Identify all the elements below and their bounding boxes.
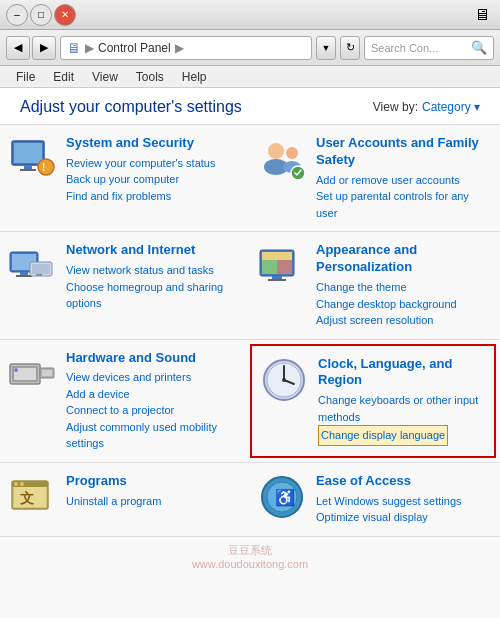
category-system: ! System and Security Review your comput… (0, 125, 250, 231)
watermark-line2: www.doudouxitong.com (6, 558, 494, 570)
svg-rect-14 (16, 275, 32, 277)
view-by-control: View by: Category ▾ (373, 100, 480, 114)
system-link-2[interactable]: Find and fix problems (66, 188, 242, 205)
svg-text:文: 文 (20, 490, 34, 506)
clock-title[interactable]: Clock, Language, and Region (318, 356, 486, 390)
system-icon: ! (8, 135, 56, 183)
back-button[interactable]: ◀ (6, 36, 30, 60)
ease-icon: ♿ (258, 473, 306, 521)
menu-view[interactable]: View (84, 68, 126, 86)
view-by-value[interactable]: Category ▾ (422, 100, 480, 114)
address-bar: ◀ ▶ 🖥 ▶ Control Panel ▶ ▼ ↻ Search Con..… (0, 30, 500, 66)
category-programs: 文 Programs Uninstall a program (0, 463, 250, 536)
refresh-button[interactable]: ↻ (340, 36, 360, 60)
user-category-text: User Accounts and Family Safety Add or r… (316, 135, 492, 221)
system-link-0[interactable]: Review your computer's status (66, 155, 242, 172)
svg-rect-30 (42, 370, 52, 376)
category-ease: ♿ Ease of Access Let Windows suggest set… (250, 463, 500, 536)
appearance-title[interactable]: Appearance and Personalization (316, 242, 492, 276)
window-controls[interactable]: – □ ✕ (6, 4, 76, 26)
category-clock: Clock, Language, and Region Change keybo… (252, 346, 494, 456)
title-bar-icon: 🖥 (474, 6, 490, 24)
category-row-3: Hardware and Sound View devices and prin… (0, 340, 500, 463)
svg-rect-20 (262, 252, 292, 260)
category-row-1: ! System and Security Review your comput… (0, 125, 500, 232)
category-user: User Accounts and Family Safety Add or r… (250, 125, 500, 231)
network-title[interactable]: Network and Internet (66, 242, 242, 259)
menu-edit[interactable]: Edit (45, 68, 82, 86)
hardware-link-0[interactable]: View devices and printers (66, 369, 242, 386)
svg-point-6 (268, 143, 284, 159)
clock-highlight-box: Clock, Language, and Region Change keybo… (250, 344, 496, 458)
svg-text:!: ! (42, 162, 45, 173)
network-category-text: Network and Internet View network status… (66, 242, 242, 311)
title-bar: – □ ✕ 🖥 (0, 0, 500, 30)
view-by-label: View by: (373, 100, 418, 114)
close-button[interactable]: ✕ (54, 4, 76, 26)
svg-point-4 (38, 159, 54, 175)
maximize-button[interactable]: □ (30, 4, 52, 26)
nav-buttons[interactable]: ◀ ▶ (6, 36, 56, 60)
appearance-link-0[interactable]: Change the theme (316, 279, 492, 296)
watermark: 豆豆系统 www.doudouxitong.com (0, 537, 500, 576)
hardware-link-1[interactable]: Add a device (66, 386, 242, 403)
appearance-link-2[interactable]: Adjust screen resolution (316, 312, 492, 329)
ease-link-0[interactable]: Let Windows suggest settings (316, 493, 492, 510)
user-link-0[interactable]: Add or remove user accounts (316, 172, 492, 189)
menu-tools[interactable]: Tools (128, 68, 172, 86)
hardware-link-2[interactable]: Connect to a projector (66, 402, 242, 419)
svg-rect-1 (14, 143, 42, 163)
minimize-button[interactable]: – (6, 4, 28, 26)
user-title[interactable]: User Accounts and Family Safety (316, 135, 492, 169)
ease-title[interactable]: Ease of Access (316, 473, 492, 490)
category-network: Network and Internet View network status… (0, 232, 250, 338)
hardware-title[interactable]: Hardware and Sound (66, 350, 242, 367)
search-box[interactable]: Search Con... 🔍 (364, 36, 494, 60)
programs-icon: 文 (8, 473, 56, 521)
svg-rect-24 (268, 279, 286, 281)
title-bar-left: – □ ✕ (6, 4, 76, 26)
breadcrumb-separator: ▶ (175, 41, 184, 55)
programs-title[interactable]: Programs (66, 473, 242, 490)
appearance-link-1[interactable]: Change desktop background (316, 296, 492, 313)
clock-link-0[interactable]: Change keyboards or other input methods (318, 392, 486, 425)
svg-rect-22 (277, 260, 292, 274)
address-dropdown-button[interactable]: ▼ (316, 36, 336, 60)
menu-bar: File Edit View Tools Help (0, 66, 500, 88)
system-link-1[interactable]: Back up your computer (66, 171, 242, 188)
hardware-link-3[interactable]: Adjust commonly used mobility settings (66, 419, 242, 452)
clock-link-1[interactable]: Change display language (318, 425, 448, 446)
appearance-icon (258, 242, 306, 290)
appearance-category-text: Appearance and Personalization Change th… (316, 242, 492, 328)
svg-rect-21 (262, 260, 277, 274)
svg-point-39 (14, 482, 18, 486)
user-icon (258, 135, 306, 183)
category-row-4: 文 Programs Uninstall a program ♿ Ease of… (0, 463, 500, 537)
main-content: Adjust your computer's settings View by:… (0, 88, 500, 618)
clock-icon (260, 356, 308, 404)
user-link-1[interactable]: Set up parental controls for any user (316, 188, 492, 221)
system-category-text: System and Security Review your computer… (66, 135, 242, 204)
content-header: Adjust your computer's settings View by:… (0, 88, 500, 125)
svg-rect-3 (20, 169, 36, 171)
svg-rect-13 (20, 272, 28, 275)
svg-point-40 (20, 482, 24, 486)
address-field[interactable]: 🖥 ▶ Control Panel ▶ (60, 36, 312, 60)
ease-link-1[interactable]: Optimize visual display (316, 509, 492, 526)
category-row-2: Network and Internet View network status… (0, 232, 500, 339)
programs-link-0[interactable]: Uninstall a program (66, 493, 242, 510)
breadcrumb-text: Control Panel (98, 41, 171, 55)
svg-point-35 (282, 378, 286, 382)
network-link-0[interactable]: View network status and tasks (66, 262, 242, 279)
network-link-1[interactable]: Choose homegroup and sharing options (66, 279, 242, 312)
forward-button[interactable]: ▶ (32, 36, 56, 60)
category-appearance: Appearance and Personalization Change th… (250, 232, 500, 338)
watermark-line1: 豆豆系统 (6, 543, 494, 558)
search-icon: 🔍 (471, 40, 487, 55)
menu-help[interactable]: Help (174, 68, 215, 86)
menu-file[interactable]: File (8, 68, 43, 86)
search-placeholder-text: Search Con... (371, 42, 467, 54)
svg-rect-17 (36, 274, 42, 276)
system-title[interactable]: System and Security (66, 135, 242, 152)
svg-rect-2 (24, 165, 32, 169)
